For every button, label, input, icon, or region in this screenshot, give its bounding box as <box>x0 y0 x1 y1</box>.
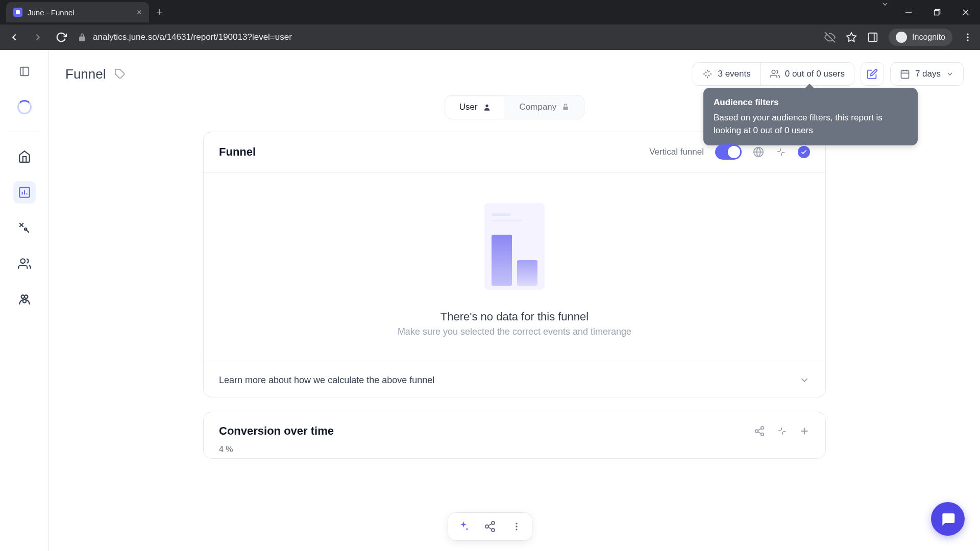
share-icon[interactable] <box>754 425 765 437</box>
chevron-down-icon <box>946 70 954 78</box>
incognito-badge[interactable]: Incognito <box>889 29 952 46</box>
sidebar-reports-icon[interactable] <box>13 181 36 204</box>
conversion-card-title: Conversion over time <box>219 424 334 438</box>
users-filter-button[interactable]: 0 out of 0 users <box>760 63 854 85</box>
plus-icon[interactable] <box>799 425 810 437</box>
funnel-card-title: Funnel <box>219 145 256 159</box>
svg-point-21 <box>24 295 28 298</box>
tooltip-body: Based on your audience filters, this rep… <box>714 111 908 137</box>
sidebar-companies-icon[interactable] <box>13 288 36 311</box>
incognito-label: Incognito <box>912 33 945 42</box>
chat-fab[interactable] <box>931 502 965 536</box>
learn-more-row[interactable]: Learn more about how we calculate the ab… <box>204 363 825 397</box>
main-content: Funnel 3 events 0 out of 0 users <box>49 50 980 551</box>
favicon-icon <box>13 8 22 17</box>
empty-subtext: Make sure you selected the correct event… <box>204 327 825 337</box>
svg-point-9 <box>967 34 968 35</box>
svg-point-47 <box>492 521 495 524</box>
browser-tab[interactable]: June - Funnel × <box>6 2 149 22</box>
tab-user[interactable]: User <box>445 95 505 119</box>
tooltip-title: Audience filters <box>714 96 908 109</box>
tag-icon[interactable] <box>114 68 126 80</box>
topbar: Funnel 3 events 0 out of 0 users <box>49 50 980 95</box>
svg-rect-7 <box>869 33 877 42</box>
browser-tab-strip: June - Funnel × + <box>0 0 980 24</box>
learn-more-label: Learn more about how we calculate the ab… <box>219 375 434 386</box>
vertical-funnel-toggle[interactable] <box>715 144 742 160</box>
svg-rect-35 <box>781 153 782 156</box>
floating-action-bar <box>448 512 532 541</box>
tab-title: June - Funnel <box>28 8 75 17</box>
svg-point-36 <box>761 427 764 430</box>
svg-point-54 <box>516 529 517 530</box>
close-window-button[interactable] <box>951 0 980 24</box>
tab-list-chevron-icon[interactable] <box>881 0 889 24</box>
svg-line-50 <box>488 528 492 530</box>
svg-point-38 <box>761 433 764 436</box>
share-button[interactable] <box>479 515 501 538</box>
url-text: analytics.june.so/a/14631/report/190013?… <box>93 32 292 42</box>
more-menu-button[interactable] <box>505 515 528 538</box>
svg-rect-44 <box>782 432 783 435</box>
edit-icon <box>867 68 878 80</box>
audience-filters-tooltip: Audience filters Based on your audience … <box>703 88 918 145</box>
lock-icon <box>561 103 570 111</box>
conversion-card: Conversion over time 4 % <box>203 412 826 459</box>
sidebar <box>0 50 49 551</box>
new-tab-button[interactable]: + <box>156 6 163 19</box>
ai-sparkle-button[interactable] <box>452 515 475 538</box>
svg-rect-41 <box>778 430 781 431</box>
incognito-icon <box>896 32 907 43</box>
reload-button[interactable] <box>54 30 68 44</box>
vertical-funnel-label: Vertical funnel <box>649 147 704 157</box>
events-filter-button[interactable]: 3 events <box>693 63 760 85</box>
empty-chart-illustration <box>484 203 545 290</box>
empty-heading: There's no data for this funnel <box>204 310 825 323</box>
sidebar-users-icon[interactable] <box>13 253 36 275</box>
svg-point-37 <box>755 430 758 433</box>
back-button[interactable] <box>7 30 21 44</box>
svg-point-11 <box>967 39 968 41</box>
svg-rect-32 <box>777 151 780 152</box>
slack-icon[interactable] <box>775 146 787 158</box>
y-axis-label: 4 % <box>204 445 825 458</box>
eye-off-icon[interactable] <box>824 32 836 43</box>
date-range-button[interactable]: 7 days <box>890 62 964 86</box>
edit-button[interactable] <box>861 62 884 86</box>
page-title: Funnel <box>65 66 106 82</box>
svg-rect-12 <box>20 67 29 76</box>
svg-rect-29 <box>564 107 568 110</box>
minimize-button[interactable] <box>894 0 923 24</box>
svg-point-10 <box>967 36 968 38</box>
star-icon[interactable] <box>846 32 857 43</box>
sidebar-loading-icon <box>13 96 36 118</box>
url-field[interactable]: analytics.june.so/a/14631/report/190013?… <box>78 32 292 42</box>
maximize-button[interactable] <box>923 0 951 24</box>
close-tab-icon[interactable]: × <box>136 7 142 18</box>
users-count-label: 0 out of 0 users <box>785 69 845 79</box>
check-badge-icon[interactable] <box>798 146 810 158</box>
slack-icon[interactable] <box>776 425 788 437</box>
sidebar-home-icon[interactable] <box>13 145 36 168</box>
svg-line-40 <box>758 429 761 431</box>
forward-button[interactable] <box>31 30 45 44</box>
lock-icon <box>78 33 87 42</box>
sidebar-events-icon[interactable] <box>13 217 36 239</box>
svg-point-48 <box>485 525 488 528</box>
svg-rect-34 <box>780 148 781 152</box>
sidebar-collapse-icon[interactable] <box>13 60 36 83</box>
tab-company[interactable]: Company <box>505 95 584 119</box>
svg-point-28 <box>485 105 488 107</box>
kebab-menu-icon[interactable] <box>963 32 973 42</box>
tab-company-label: Company <box>520 102 557 112</box>
side-panel-icon[interactable] <box>867 32 878 43</box>
sparkle-icon <box>702 69 713 79</box>
events-count-label: 3 events <box>718 69 750 79</box>
sidebar-divider <box>9 132 40 132</box>
tab-user-label: User <box>459 102 478 112</box>
globe-icon[interactable] <box>753 146 764 158</box>
user-icon <box>483 103 491 111</box>
svg-point-23 <box>772 70 775 74</box>
svg-marker-6 <box>847 33 856 41</box>
svg-rect-33 <box>782 152 785 153</box>
